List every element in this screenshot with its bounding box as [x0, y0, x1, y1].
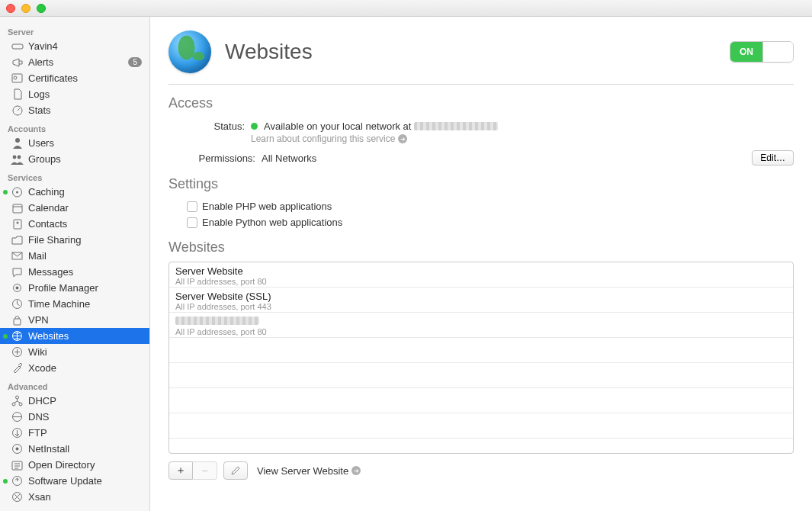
- checkbox-label: Enable Python web applications: [202, 217, 342, 228]
- status-indicator-icon: [251, 123, 258, 130]
- website-row[interactable]: Server Website (SSL) All IP addresses, p…: [169, 288, 793, 313]
- remove-website-button[interactable]: −: [193, 461, 217, 480]
- sidebar-item-label: Profile Manager: [28, 282, 98, 294]
- sidebar-item-wiki[interactable]: Wiki: [0, 344, 149, 360]
- website-row-empty: [169, 363, 793, 388]
- sidebar-section-server: Server: [0, 21, 149, 38]
- permissions-value: All Networks: [262, 153, 316, 164]
- sidebar-item-messages[interactable]: Messages: [0, 264, 149, 280]
- sidebar-item-label: Websites: [28, 330, 69, 342]
- gauge-icon: [11, 104, 24, 117]
- sidebar: Server Yavin4 Alerts 5 Certificates Logs: [0, 17, 150, 511]
- learn-link[interactable]: Learn about configuring this service ➜: [251, 133, 794, 144]
- sidebar-item-label: VPN: [28, 314, 49, 326]
- sidebar-item-software-update[interactable]: Software Update: [0, 473, 149, 489]
- website-row[interactable]: All IP addresses, port 80: [169, 313, 793, 338]
- sidebar-item-users[interactable]: Users: [0, 135, 149, 151]
- page-title: Websites: [225, 40, 313, 64]
- window-zoom-button[interactable]: [37, 4, 46, 13]
- add-website-button[interactable]: ＋: [168, 461, 193, 480]
- sidebar-item-label: Contacts: [28, 218, 67, 230]
- svg-point-11: [16, 221, 18, 223]
- website-row-empty: [169, 388, 793, 413]
- service-toggle[interactable]: ON: [730, 41, 794, 63]
- hammer-icon: [11, 362, 24, 374]
- sidebar-item-stats[interactable]: Stats: [0, 102, 149, 118]
- setting-enable-php[interactable]: Enable PHP web applications: [168, 198, 794, 214]
- titlebar: [0, 0, 812, 17]
- sidebar-item-alerts[interactable]: Alerts 5: [0, 54, 149, 70]
- edit-permissions-button[interactable]: Edit…: [752, 150, 794, 166]
- gear-icon: [11, 281, 24, 294]
- sidebar-item-dns[interactable]: DNS: [0, 409, 149, 425]
- svg-rect-9: [13, 204, 22, 213]
- websites-list[interactable]: Server Website All IP addresses, port 80…: [168, 262, 794, 454]
- sidebar-item-groups[interactable]: Groups: [0, 151, 149, 167]
- sidebar-item-logs[interactable]: Logs: [0, 86, 149, 102]
- lock-icon: [11, 313, 24, 326]
- sidebar-item-calendar[interactable]: Calendar: [0, 200, 149, 216]
- status-hostname-redacted: [414, 122, 498, 130]
- sidebar-item-netinstall[interactable]: NetInstall: [0, 441, 149, 457]
- svg-rect-10: [14, 220, 21, 229]
- sidebar-item-dhcp[interactable]: DHCP: [0, 393, 149, 409]
- view-server-website-link[interactable]: View Server Website ➜: [257, 465, 361, 477]
- status-text: Available on your local network at: [264, 121, 411, 132]
- sidebar-section-services: Services: [0, 167, 149, 184]
- sidebar-item-contacts[interactable]: Contacts: [0, 216, 149, 232]
- view-link-label: View Server Website: [257, 465, 348, 477]
- sidebar-item-label: Users: [28, 137, 54, 149]
- netinstall-icon: [11, 442, 24, 455]
- window-minimize-button[interactable]: [21, 4, 30, 13]
- ftp-icon: [11, 426, 24, 439]
- svg-point-21: [19, 403, 22, 406]
- network-icon: [11, 394, 24, 407]
- alerts-badge: 5: [128, 57, 142, 67]
- website-sub: All IP addresses, port 80: [175, 327, 787, 336]
- directory-icon: [11, 458, 24, 471]
- edit-website-button[interactable]: [223, 461, 248, 480]
- sidebar-item-xsan[interactable]: Xsan: [0, 489, 149, 505]
- section-heading-settings: Settings: [168, 176, 794, 192]
- sidebar-item-label: Stats: [28, 104, 51, 116]
- sidebar-item-mail[interactable]: Mail: [0, 248, 149, 264]
- sidebar-item-label: Caching: [28, 186, 65, 198]
- sidebar-item-server-host[interactable]: Yavin4: [0, 38, 149, 54]
- disk-icon: [11, 185, 24, 198]
- sidebar-item-label: Xsan: [28, 491, 51, 503]
- globe-icon: [11, 329, 24, 342]
- window-close-button[interactable]: [6, 4, 15, 13]
- section-heading-access: Access: [168, 95, 794, 111]
- sidebar-item-file-sharing[interactable]: File Sharing: [0, 232, 149, 248]
- sidebar-item-label: File Sharing: [28, 234, 81, 246]
- sidebar-item-label: Logs: [28, 88, 50, 100]
- sidebar-item-time-machine[interactable]: Time Machine: [0, 296, 149, 312]
- sidebar-item-websites[interactable]: Websites: [0, 328, 149, 344]
- sidebar-item-xcode[interactable]: Xcode: [0, 360, 149, 376]
- checkbox-icon[interactable]: [187, 201, 197, 212]
- website-row[interactable]: Server Website All IP addresses, port 80: [169, 262, 793, 288]
- sidebar-item-open-directory[interactable]: Open Directory: [0, 457, 149, 473]
- mac-mini-icon: [11, 40, 24, 53]
- svg-point-14: [16, 287, 19, 290]
- setting-enable-python[interactable]: Enable Python web applications: [168, 214, 794, 230]
- update-icon: [11, 474, 24, 487]
- sidebar-item-caching[interactable]: Caching: [0, 184, 149, 200]
- sidebar-item-label: Wiki: [28, 346, 47, 358]
- checkbox-icon[interactable]: [187, 217, 197, 228]
- sidebar-item-ftp[interactable]: FTP: [0, 425, 149, 441]
- sidebar-item-certificates[interactable]: Certificates: [0, 70, 149, 86]
- wiki-icon: [11, 345, 24, 358]
- megaphone-icon: [11, 56, 24, 69]
- website-name: Server Website (SSL): [175, 291, 787, 302]
- sidebar-item-label: Software Update: [28, 475, 102, 487]
- sidebar-item-label: Messages: [28, 266, 73, 278]
- xsan-icon: [11, 490, 24, 503]
- sidebar-item-label: Xcode: [28, 362, 56, 374]
- status-row: Status: Available on your local network …: [168, 117, 794, 146]
- envelope-icon: [11, 249, 24, 262]
- website-row-empty: [169, 413, 793, 439]
- sidebar-item-vpn[interactable]: VPN: [0, 312, 149, 328]
- globe-large-icon: [168, 31, 211, 73]
- sidebar-item-profile-manager[interactable]: Profile Manager: [0, 280, 149, 296]
